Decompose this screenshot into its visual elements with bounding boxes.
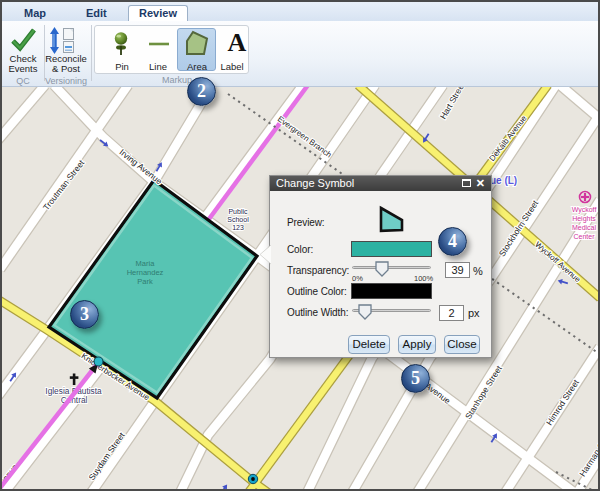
svg-text:Wyckoff: Wyckoff bbox=[572, 206, 597, 214]
svg-text:Medical: Medical bbox=[572, 224, 597, 231]
svg-text:Center: Center bbox=[573, 233, 595, 240]
svg-text:Park: Park bbox=[137, 277, 153, 286]
svg-text:Heights: Heights bbox=[572, 215, 596, 223]
svg-text:123: 123 bbox=[232, 224, 244, 231]
svg-text:Public: Public bbox=[228, 208, 248, 215]
svg-text:Maria: Maria bbox=[136, 259, 156, 268]
svg-text:School: School bbox=[227, 216, 249, 223]
svg-text:Hernandez: Hernandez bbox=[127, 268, 164, 277]
